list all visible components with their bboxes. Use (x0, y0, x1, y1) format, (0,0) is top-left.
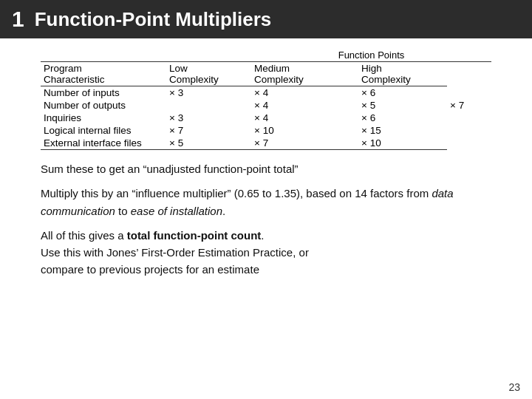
italic-ease: ease of installation (131, 205, 222, 217)
row-logical-name: Logical internal files (41, 124, 166, 137)
row-logical-medium: × 10 (251, 124, 358, 137)
col-high: HighComplexity (358, 62, 447, 86)
empty-cell (41, 49, 251, 62)
row-external-name: External interface files (41, 137, 166, 150)
table-row-inquiries: Inquiries × 3 × 4 × 6 (41, 112, 491, 124)
app-slide-number: 1 (12, 7, 24, 32)
row-external-low: × 5 (166, 137, 251, 150)
table-fp-header-row: Function Points (41, 49, 491, 62)
app: 1 Function-Point Multipliers Function Po… (0, 0, 532, 399)
row-inquiries-name: Inquiries (41, 112, 166, 124)
row-external-high: × 10 (358, 137, 447, 150)
page-number: 23 (508, 381, 520, 393)
row-external-medium: × 7 (251, 137, 358, 150)
italic-data-comm: data communication (41, 187, 454, 216)
app-body: Function Points ProgramCharacteristic Lo… (0, 38, 532, 293)
row-logical-high: × 15 (358, 124, 447, 137)
table-row-logical: Logical internal files × 7 × 10 × 15 (41, 124, 491, 137)
row-logical-low: × 7 (166, 124, 251, 137)
row-inquiries-medium: × 4 (251, 112, 358, 124)
row-inputs-high: × 6 (358, 86, 447, 100)
row-outputs-medium1: × 4 (251, 99, 358, 112)
table-row-external: External interface files × 5 × 7 × 10 (41, 137, 491, 150)
table-row-inputs: Number of inputs × 3 × 4 × 6 (41, 86, 491, 100)
row-outputs-high: × 7 (447, 99, 491, 112)
row-inputs-low: × 3 (166, 86, 251, 100)
row-inputs-medium: × 4 (251, 86, 358, 100)
app-slide-title: Function-Point Multipliers (35, 8, 272, 31)
row-inquiries-high: × 6 (358, 112, 447, 124)
col-characteristic: ProgramCharacteristic (41, 62, 166, 86)
row-inputs-name: Number of inputs (41, 86, 166, 100)
col-medium: MediumComplexity (251, 62, 358, 86)
function-points-label: Function Points (251, 49, 491, 62)
table-row-outputs: Number of outputs × 4 × 5 × 7 (41, 99, 491, 112)
bold-total-fp: total function-point count (127, 229, 262, 242)
col-low: LowComplexity (166, 62, 251, 86)
multiply-paragraph: Multiply this by an “influence multiplie… (41, 185, 491, 219)
fp-table: Function Points ProgramCharacteristic Lo… (41, 49, 491, 150)
table-col-header-row: ProgramCharacteristic LowComplexity Medi… (41, 62, 491, 86)
all-paragraph: All of this gives a total function-point… (41, 227, 491, 279)
row-outputs-name: Number of outputs (41, 99, 166, 112)
row-inquiries-low: × 3 (166, 112, 251, 124)
row-outputs-low (166, 99, 251, 112)
sum-paragraph: Sum these to get an “unadjusted function… (41, 160, 491, 177)
app-header: 1 Function-Point Multipliers (0, 0, 532, 38)
row-outputs-medium2: × 5 (358, 99, 447, 112)
